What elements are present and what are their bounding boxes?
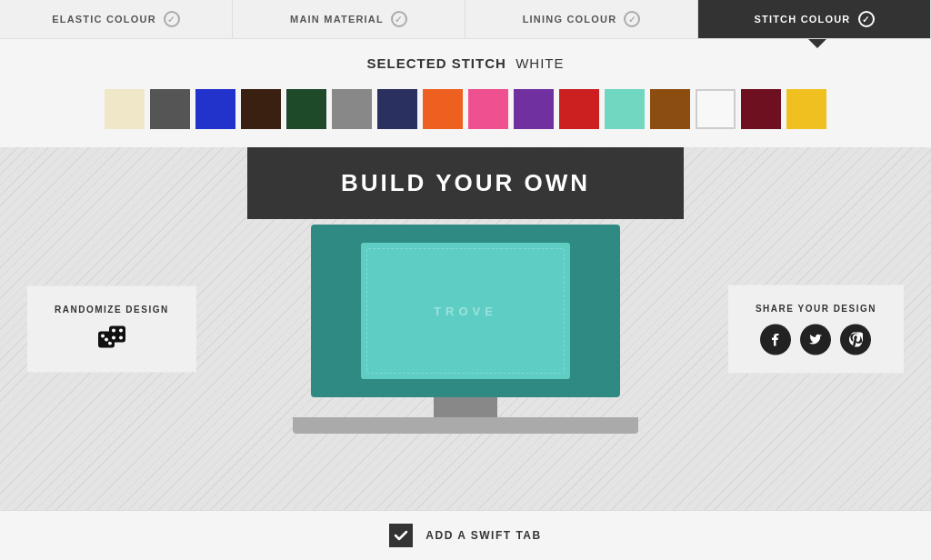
swatch-navy[interactable] [377, 89, 417, 129]
svg-point-8 [119, 335, 123, 339]
top-nav: ELASTIC COLOUR ✓ MAIN MATERIAL ✓ LINING … [0, 0, 931, 39]
nav-label-stitch: STITCH COLOUR [754, 14, 850, 25]
swatch-dark-brown[interactable] [241, 89, 281, 129]
share-label: SHARE YOUR DESIGN [756, 303, 876, 313]
pinterest-button[interactable] [840, 324, 871, 355]
randomize-label: RANDOMIZE DESIGN [55, 304, 169, 314]
nav-item-stitch-colour[interactable]: STITCH COLOUR ✓ [698, 0, 931, 38]
dice-icon [97, 325, 126, 354]
swatch-gray[interactable] [332, 89, 372, 129]
swatch-brown[interactable] [650, 89, 690, 129]
nav-label-main: MAIN MATERIAL [290, 14, 384, 25]
checkmark-icon [394, 528, 408, 543]
selected-stitch-bar: SELECTED STITCH WHITE [0, 39, 931, 78]
swatch-cream[interactable] [105, 89, 145, 129]
swatch-mint[interactable] [605, 89, 645, 129]
swift-tab-label: ADD A SWIFT TAB [425, 529, 541, 542]
wallet-product: TROVE [293, 197, 638, 434]
twitter-icon [808, 332, 823, 346]
selected-stitch-value: WHITE [516, 55, 564, 71]
nav-label-elastic: ELASTIC COLOUR [52, 14, 156, 25]
main-area: BUILD YOUR OWN RANDOMIZE DESIGN [0, 147, 931, 510]
swift-tab-checkbox[interactable] [389, 524, 413, 547]
facebook-button[interactable] [760, 324, 791, 355]
svg-rect-4 [109, 325, 125, 342]
swatches-row [0, 78, 931, 147]
pinterest-icon [848, 332, 863, 346]
nav-label-lining: LINING COLOUR [523, 14, 617, 25]
swatch-white[interactable] [696, 89, 736, 129]
check-main: ✓ [391, 11, 407, 27]
check-lining: ✓ [624, 11, 640, 27]
swatch-dark-green[interactable] [286, 89, 326, 129]
swatch-blue[interactable] [195, 89, 235, 129]
wallet-outer: TROVE [311, 225, 620, 397]
selected-stitch-prefix: SELECTED STITCH [366, 55, 506, 71]
wallet-inner: TROVE [361, 243, 570, 379]
svg-point-1 [101, 334, 105, 337]
svg-point-5 [112, 328, 115, 332]
nav-item-elastic-colour[interactable]: ELASTIC COLOUR ✓ [0, 0, 233, 38]
swatch-red[interactable] [559, 89, 599, 129]
swatch-purple[interactable] [514, 89, 554, 129]
stitch-border [366, 248, 565, 374]
social-icons [756, 324, 876, 355]
swatch-charcoal[interactable] [150, 89, 190, 129]
swatch-yellow[interactable] [786, 89, 826, 129]
svg-point-2 [105, 337, 108, 341]
nav-arrow [808, 39, 826, 48]
swatch-pink[interactable] [468, 89, 508, 129]
swift-tab-bar: ADD A SWIFT TAB [0, 510, 931, 560]
check-stitch: ✓ [858, 11, 875, 27]
twitter-button[interactable] [800, 324, 831, 355]
svg-point-7 [112, 335, 115, 339]
randomize-panel: RANDOMIZE DESIGN [27, 285, 196, 372]
randomize-button[interactable] [55, 325, 169, 354]
share-panel: SHARE YOUR DESIGN [728, 285, 904, 373]
swatch-orange[interactable] [423, 89, 463, 129]
check-elastic: ✓ [164, 11, 180, 27]
nav-item-lining-colour[interactable]: LINING COLOUR ✓ [466, 0, 698, 38]
nav-item-main-material[interactable]: MAIN MATERIAL ✓ [233, 0, 466, 38]
swatch-burgundy[interactable] [741, 89, 781, 129]
wallet-base [293, 417, 638, 434]
svg-point-6 [119, 328, 123, 332]
color-section: SELECTED STITCH WHITE [0, 39, 931, 147]
facebook-icon [768, 332, 783, 346]
